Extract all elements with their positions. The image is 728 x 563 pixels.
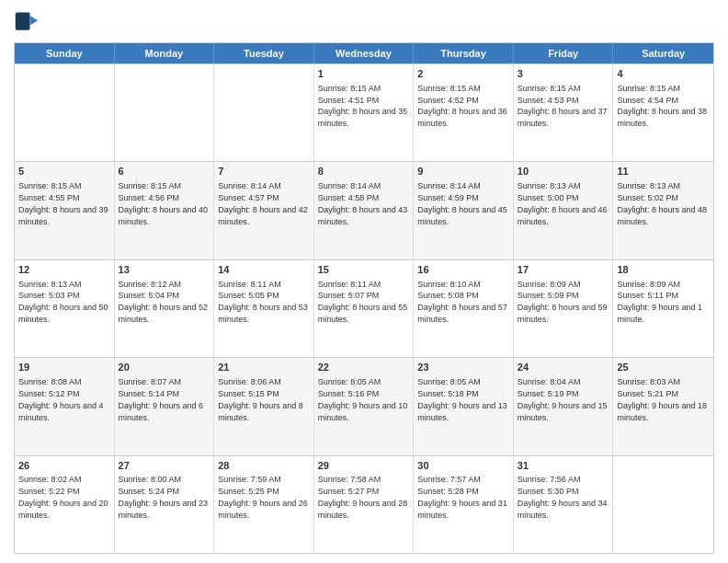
day-info: Sunrise: 8:12 AMSunset: 5:04 PMDaylight:… bbox=[119, 280, 209, 324]
day-number: 22 bbox=[318, 361, 410, 374]
day-cell-11: 11Sunrise: 8:13 AMSunset: 5:02 PMDayligh… bbox=[613, 162, 713, 259]
day-number: 2 bbox=[417, 67, 509, 81]
day-number: 1 bbox=[318, 67, 410, 81]
day-number: 7 bbox=[218, 165, 310, 178]
day-number: 9 bbox=[417, 165, 509, 178]
day-number: 21 bbox=[218, 361, 310, 374]
day-cell-6: 6Sunrise: 8:15 AMSunset: 4:56 PMDaylight… bbox=[115, 162, 215, 259]
day-number: 19 bbox=[18, 361, 110, 374]
day-number: 15 bbox=[318, 263, 410, 277]
day-cell-16: 16Sunrise: 8:10 AMSunset: 5:08 PMDayligh… bbox=[414, 260, 514, 357]
day-info: Sunrise: 8:13 AMSunset: 5:02 PMDaylight:… bbox=[617, 181, 707, 225]
calendar-body: 1Sunrise: 8:15 AMSunset: 4:51 PMDaylight… bbox=[15, 63, 713, 553]
day-cell-30: 30Sunrise: 7:57 AMSunset: 5:28 PMDayligh… bbox=[414, 456, 514, 553]
weekday-header-saturday: Saturday bbox=[613, 43, 713, 63]
day-info: Sunrise: 8:03 AMSunset: 5:21 PMDaylight:… bbox=[617, 377, 707, 421]
day-info: Sunrise: 8:15 AMSunset: 4:54 PMDaylight:… bbox=[617, 84, 707, 128]
day-info: Sunrise: 8:15 AMSunset: 4:51 PMDaylight:… bbox=[318, 84, 408, 128]
day-cell-17: 17Sunrise: 8:09 AMSunset: 5:09 PMDayligh… bbox=[514, 260, 614, 357]
day-number: 26 bbox=[18, 459, 110, 473]
day-cell-31: 31Sunrise: 7:56 AMSunset: 5:30 PMDayligh… bbox=[514, 456, 614, 553]
logo-icon bbox=[14, 9, 40, 35]
day-info: Sunrise: 8:14 AMSunset: 4:59 PMDaylight:… bbox=[417, 181, 507, 225]
day-cell-22: 22Sunrise: 8:05 AMSunset: 5:16 PMDayligh… bbox=[314, 358, 415, 454]
day-number: 25 bbox=[617, 361, 710, 374]
day-info: Sunrise: 8:15 AMSunset: 4:55 PMDaylight:… bbox=[18, 181, 108, 225]
day-info: Sunrise: 8:14 AMSunset: 4:57 PMDaylight:… bbox=[218, 181, 308, 225]
day-info: Sunrise: 7:59 AMSunset: 5:25 PMDaylight:… bbox=[218, 475, 308, 519]
day-cell-15: 15Sunrise: 8:11 AMSunset: 5:07 PMDayligh… bbox=[314, 260, 415, 357]
day-info: Sunrise: 8:13 AMSunset: 5:03 PMDaylight:… bbox=[18, 280, 108, 324]
day-number: 24 bbox=[518, 361, 609, 374]
day-info: Sunrise: 8:02 AMSunset: 5:22 PMDaylight:… bbox=[18, 475, 108, 519]
weekday-header-thursday: Thursday bbox=[414, 43, 514, 63]
day-cell-27: 27Sunrise: 8:00 AMSunset: 5:24 PMDayligh… bbox=[115, 456, 215, 553]
week-row-2: 5Sunrise: 8:15 AMSunset: 4:55 PMDaylight… bbox=[15, 161, 713, 259]
day-info: Sunrise: 8:00 AMSunset: 5:24 PMDaylight:… bbox=[119, 475, 209, 519]
day-number: 20 bbox=[119, 361, 210, 374]
page: SundayMondayTuesdayWednesdayThursdayFrid… bbox=[0, 0, 728, 563]
day-cell-4: 4Sunrise: 8:15 AMSunset: 4:54 PMDaylight… bbox=[613, 64, 713, 161]
day-info: Sunrise: 8:15 AMSunset: 4:52 PMDaylight:… bbox=[417, 84, 507, 128]
day-cell-26: 26Sunrise: 8:02 AMSunset: 5:22 PMDayligh… bbox=[15, 456, 115, 553]
day-info: Sunrise: 7:57 AMSunset: 5:28 PMDaylight:… bbox=[417, 475, 507, 519]
day-number: 18 bbox=[617, 263, 710, 277]
day-cell-3: 3Sunrise: 8:15 AMSunset: 4:53 PMDaylight… bbox=[514, 64, 614, 161]
day-cell-12: 12Sunrise: 8:13 AMSunset: 5:03 PMDayligh… bbox=[15, 260, 115, 357]
day-number: 16 bbox=[417, 263, 509, 277]
day-number: 5 bbox=[18, 165, 110, 178]
header bbox=[14, 9, 714, 35]
day-cell-13: 13Sunrise: 8:12 AMSunset: 5:04 PMDayligh… bbox=[115, 260, 215, 357]
empty-cell bbox=[115, 64, 215, 161]
day-cell-24: 24Sunrise: 8:04 AMSunset: 5:19 PMDayligh… bbox=[514, 358, 614, 454]
day-info: Sunrise: 8:15 AMSunset: 4:53 PMDaylight:… bbox=[518, 84, 608, 128]
day-cell-2: 2Sunrise: 8:15 AMSunset: 4:52 PMDaylight… bbox=[414, 64, 514, 161]
day-number: 8 bbox=[318, 165, 410, 178]
day-number: 23 bbox=[417, 361, 509, 374]
day-cell-9: 9Sunrise: 8:14 AMSunset: 4:59 PMDaylight… bbox=[414, 162, 514, 259]
day-number: 29 bbox=[318, 459, 410, 473]
day-number: 10 bbox=[518, 165, 609, 178]
week-row-5: 26Sunrise: 8:02 AMSunset: 5:22 PMDayligh… bbox=[15, 455, 713, 553]
day-info: Sunrise: 8:10 AMSunset: 5:08 PMDaylight:… bbox=[417, 280, 507, 324]
day-cell-29: 29Sunrise: 7:58 AMSunset: 5:27 PMDayligh… bbox=[314, 456, 415, 553]
day-info: Sunrise: 8:09 AMSunset: 5:11 PMDaylight:… bbox=[617, 280, 702, 324]
day-number: 6 bbox=[119, 165, 210, 178]
week-row-3: 12Sunrise: 8:13 AMSunset: 5:03 PMDayligh… bbox=[15, 259, 713, 357]
day-info: Sunrise: 8:07 AMSunset: 5:14 PMDaylight:… bbox=[119, 377, 204, 421]
empty-cell bbox=[214, 64, 314, 161]
week-row-1: 1Sunrise: 8:15 AMSunset: 4:51 PMDaylight… bbox=[15, 63, 713, 161]
day-cell-19: 19Sunrise: 8:08 AMSunset: 5:12 PMDayligh… bbox=[15, 358, 115, 454]
day-number: 14 bbox=[218, 263, 310, 277]
day-cell-20: 20Sunrise: 8:07 AMSunset: 5:14 PMDayligh… bbox=[115, 358, 215, 454]
day-info: Sunrise: 8:06 AMSunset: 5:15 PMDaylight:… bbox=[218, 377, 303, 421]
day-number: 17 bbox=[518, 263, 609, 277]
day-number: 4 bbox=[617, 67, 710, 81]
calendar: SundayMondayTuesdayWednesdayThursdayFrid… bbox=[14, 42, 714, 554]
day-info: Sunrise: 8:13 AMSunset: 5:00 PMDaylight:… bbox=[518, 181, 608, 225]
svg-marker-1 bbox=[30, 16, 39, 26]
weekday-header-monday: Monday bbox=[115, 43, 215, 63]
day-number: 13 bbox=[119, 263, 210, 277]
week-row-4: 19Sunrise: 8:08 AMSunset: 5:12 PMDayligh… bbox=[15, 357, 713, 454]
day-cell-23: 23Sunrise: 8:05 AMSunset: 5:18 PMDayligh… bbox=[414, 358, 514, 454]
weekday-header-sunday: Sunday bbox=[15, 43, 115, 63]
day-cell-10: 10Sunrise: 8:13 AMSunset: 5:00 PMDayligh… bbox=[514, 162, 614, 259]
day-info: Sunrise: 8:05 AMSunset: 5:18 PMDaylight:… bbox=[417, 377, 507, 421]
day-number: 30 bbox=[417, 459, 509, 473]
day-info: Sunrise: 7:56 AMSunset: 5:30 PMDaylight:… bbox=[518, 475, 608, 519]
weekday-header-friday: Friday bbox=[514, 43, 614, 63]
calendar-header: SundayMondayTuesdayWednesdayThursdayFrid… bbox=[15, 43, 713, 63]
day-cell-25: 25Sunrise: 8:03 AMSunset: 5:21 PMDayligh… bbox=[613, 358, 713, 454]
empty-cell bbox=[613, 456, 713, 553]
svg-rect-0 bbox=[16, 13, 30, 30]
day-info: Sunrise: 8:09 AMSunset: 5:09 PMDaylight:… bbox=[518, 280, 608, 324]
weekday-header-wednesday: Wednesday bbox=[314, 43, 415, 63]
weekday-header-tuesday: Tuesday bbox=[214, 43, 314, 63]
day-cell-28: 28Sunrise: 7:59 AMSunset: 5:25 PMDayligh… bbox=[214, 456, 314, 553]
day-info: Sunrise: 8:14 AMSunset: 4:58 PMDaylight:… bbox=[318, 181, 408, 225]
day-number: 12 bbox=[18, 263, 110, 277]
empty-cell bbox=[15, 64, 115, 161]
day-cell-1: 1Sunrise: 8:15 AMSunset: 4:51 PMDaylight… bbox=[314, 64, 415, 161]
day-info: Sunrise: 8:11 AMSunset: 5:07 PMDaylight:… bbox=[318, 280, 408, 324]
